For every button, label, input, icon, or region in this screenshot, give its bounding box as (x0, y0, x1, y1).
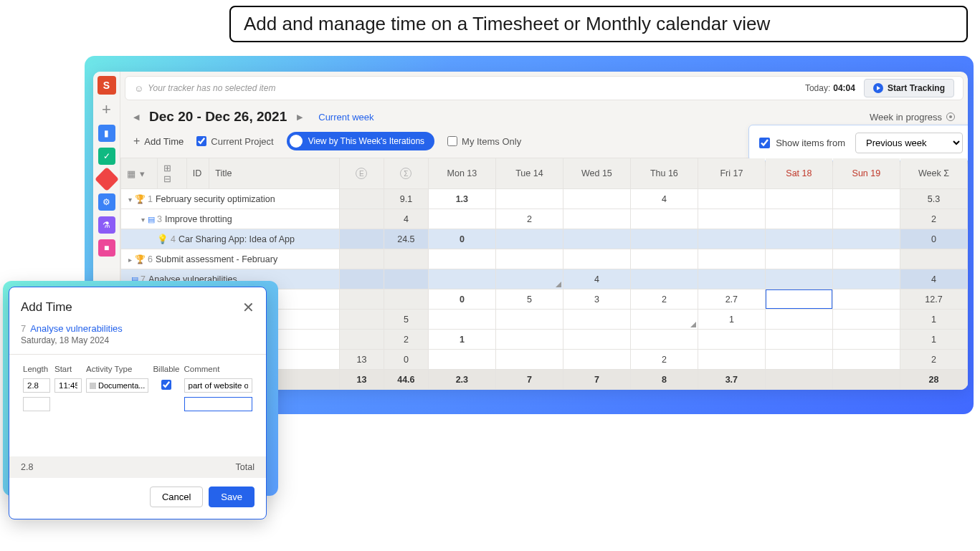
length-input[interactable] (23, 378, 50, 393)
nav-icon-2[interactable]: ✓ (98, 148, 115, 165)
col-sum: Week Σ (900, 158, 967, 189)
col-controls[interactable]: ▦▾ (121, 158, 158, 189)
col-expand[interactable]: ⊞ ⊟ (158, 158, 187, 189)
col-id: ID (186, 158, 209, 189)
col-title: Title (209, 158, 340, 189)
col-billable: Billable (151, 362, 181, 376)
start-tracking-button[interactable]: Start Tracking (864, 79, 954, 97)
modal-totals: 2.8 Total (9, 456, 266, 478)
col-est2: Σ (384, 158, 428, 189)
add-icon[interactable]: + (102, 100, 111, 119)
week-header: ◀ Dec 20 - Dec 26, 2021 ▶ Current week W… (120, 100, 968, 128)
close-icon[interactable]: ✕ (242, 299, 254, 316)
col-start: Start (52, 362, 84, 376)
my-items-input[interactable] (447, 136, 457, 146)
modal-title: Add Time (21, 300, 72, 315)
view-by-label: View by This Week's Iterations (308, 136, 424, 146)
nav-icon-3[interactable] (95, 167, 119, 191)
tracker-status: Your tracker has no selected item (148, 83, 805, 93)
nav-icon-4[interactable]: ⚙ (98, 193, 115, 211)
wip-text: Week in progress (870, 112, 942, 123)
col-activity: Activity Type (84, 362, 151, 376)
table-row[interactable]: ▾▤3Improve throtting422 (121, 209, 968, 229)
col-comment: Comment (182, 362, 255, 376)
col-wed: Wed 15 (563, 158, 630, 189)
show-items-panel: Show items from Previous week (748, 125, 968, 161)
current-project-input[interactable] (196, 136, 206, 146)
show-items-input[interactable] (759, 138, 770, 148)
col-sun: Sun 19 (832, 158, 900, 189)
view-by-iterations-toggle[interactable]: View by This Week's Iterations (287, 132, 434, 150)
modal-item-title: Analyse vulnerabilities (30, 323, 123, 334)
plus-icon: + (133, 135, 140, 148)
nav-icon-5[interactable]: ⚗ (98, 216, 115, 234)
next-week-button[interactable]: ▶ (297, 112, 303, 122)
page-caption: Add and manage time on a Timesheet or Mo… (229, 6, 968, 42)
col-fri: Fri 17 (698, 158, 765, 189)
current-project-label: Current Project (211, 136, 273, 147)
current-week-link[interactable]: Current week (318, 112, 374, 123)
table-row[interactable]: ▾🏆1February security optimization9.11.34… (121, 189, 968, 209)
clock-icon: ☺ (134, 83, 143, 94)
col-est1: E (339, 158, 384, 189)
prev-week-button[interactable]: ◀ (133, 112, 139, 122)
col-length: Length (21, 362, 52, 376)
my-items-label: My Items Only (462, 136, 521, 147)
col-tue: Tue 14 (495, 158, 563, 189)
nav-icon-6[interactable]: ■ (98, 239, 115, 257)
table-row[interactable]: ▸🏆6Submit assessment - February (121, 249, 968, 269)
modal-item-id: 7 (21, 323, 26, 334)
show-items-checkbox[interactable]: Show items from (759, 138, 845, 148)
billable-checkbox[interactable] (161, 380, 171, 390)
activity-select[interactable]: Documenta... (86, 378, 148, 393)
col-sat: Sat 18 (765, 158, 832, 189)
start-tracking-label: Start Tracking (888, 83, 945, 93)
modal-total-label: Total (236, 462, 254, 472)
start-input[interactable] (54, 378, 82, 393)
table-row[interactable]: 💡4Car Sharing App: Idea of App24.500 (121, 229, 968, 249)
add-time-button[interactable]: + Add Time (133, 135, 184, 148)
add-time-label: Add Time (144, 136, 184, 147)
col-mon: Mon 13 (428, 158, 495, 189)
app-logo[interactable]: S (97, 76, 116, 95)
comment-input-2[interactable] (184, 397, 253, 411)
today-time: 04:04 (833, 83, 855, 93)
show-items-select[interactable]: Previous week (855, 133, 963, 153)
nav-icon-1[interactable]: ▮ (98, 125, 115, 142)
col-thu: Thu 16 (630, 158, 698, 189)
week-in-progress-label: Week in progress (870, 112, 955, 123)
current-project-checkbox[interactable]: Current Project (196, 136, 273, 147)
toolbar: + Add Time Current Project View by This … (120, 128, 968, 158)
comment-input[interactable] (184, 378, 253, 393)
modal-total-value: 2.8 (21, 462, 33, 472)
cancel-button[interactable]: Cancel (150, 487, 203, 507)
add-time-modal: Add Time ✕ 7 Analyse vulnerabilities Sat… (9, 287, 267, 519)
show-items-label: Show items from (776, 138, 845, 148)
my-items-checkbox[interactable]: My Items Only (447, 136, 521, 147)
today-label: Today: (805, 83, 830, 93)
date-range: Dec 20 - Dec 26, 2021 (149, 109, 287, 125)
save-button[interactable]: Save (209, 487, 254, 507)
length-input-2[interactable] (23, 397, 50, 411)
topbar: ☺ Your tracker has no selected item Toda… (125, 76, 964, 100)
play-icon (873, 83, 883, 93)
toggle-knob (290, 135, 303, 148)
modal-date: Saturday, 18 May 2024 (21, 335, 254, 345)
modal-item[interactable]: 7 Analyse vulnerabilities (21, 323, 254, 334)
target-icon (946, 112, 955, 121)
